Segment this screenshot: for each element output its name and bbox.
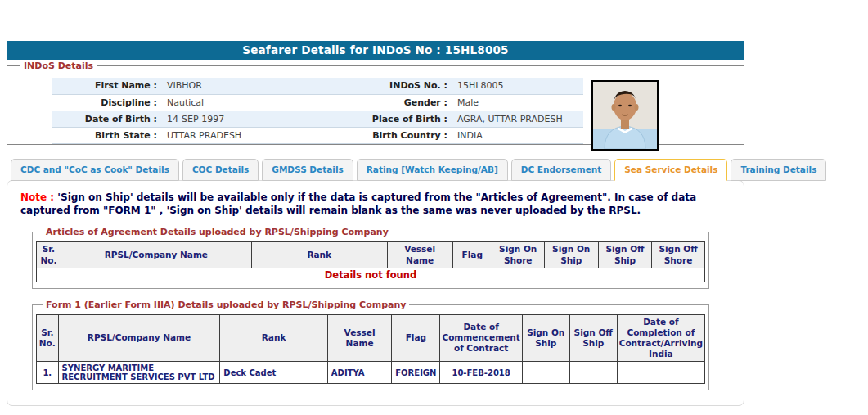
first-name-value: VIBHOR — [162, 78, 358, 94]
detail-row-discipline-gender: Discipline : Nautical Gender : Male — [52, 94, 583, 111]
aoa-col-rank: Rank — [251, 242, 387, 268]
aoa-col-sign-off-shore: Sign Off Shore — [652, 242, 705, 268]
f1-col-company: RPSL/Company Name — [58, 314, 220, 362]
first-name-label: First Name : — [52, 78, 162, 94]
tabs-section: CDC and "CoC as Cook" Details COC Detail… — [7, 159, 744, 406]
note-text: Note : 'Sign on Ship' details will be av… — [20, 191, 731, 217]
place-of-birth-label: Place of Birth : — [358, 111, 452, 127]
tab-coc-details[interactable]: COC Details — [182, 159, 259, 181]
f1-col-sign-off-ship: Sign Off Ship — [569, 314, 617, 362]
form1-table: Sr. No. RPSL/Company Name Rank Vessel Na… — [36, 314, 705, 385]
f1-col-rank: Rank — [220, 314, 328, 362]
articles-of-agreement-table: Sr. No. RPSL/Company Name Rank Vessel Na… — [36, 241, 705, 282]
f1-col-sr-no: Sr. No. — [37, 314, 59, 362]
gender-label: Gender : — [358, 94, 452, 111]
tab-training-details[interactable]: Training Details — [731, 159, 826, 181]
place-of-birth-value: AGRA, UTTAR PRADESH — [452, 111, 583, 127]
detail-row-birth-date-place: Date of Birth : 14-SEP-1997 Place of Bir… — [52, 111, 583, 127]
aoa-col-flag: Flag — [452, 242, 492, 268]
birth-state-label: Birth State : — [52, 127, 162, 143]
aoa-col-sign-on-shore: Sign On Shore — [492, 242, 544, 268]
articles-of-agreement-fieldset: Articles of Agreement Details uploaded b… — [32, 227, 709, 288]
seafarer-photo-image — [593, 82, 657, 149]
detail-row-birth-state-country: Birth State : UTTAR PRADESH Birth Countr… — [52, 127, 583, 143]
tab-cdc-coc-as-cook-details[interactable]: CDC and "CoC as Cook" Details — [11, 159, 179, 181]
seafarer-photo — [591, 80, 659, 151]
personal-details-table: First Name : VIBHOR INDoS No. : 15HL8005… — [52, 78, 583, 144]
aoa-col-vessel: Vessel Name — [387, 242, 452, 268]
indos-details-legend: INDoS Details — [20, 61, 97, 71]
indos-details-fieldset: INDoS Details First Name : VIBHOR INDoS … — [7, 61, 744, 145]
form1-header-row: Sr. No. RPSL/Company Name Rank Vessel Na… — [37, 314, 705, 362]
tab-gmdss-details[interactable]: GMDSS Details — [262, 159, 353, 181]
aoa-col-company: RPSL/Company Name — [61, 242, 251, 268]
indos-no-label: INDoS No. : — [358, 78, 452, 94]
articles-of-agreement-legend: Articles of Agreement Details uploaded b… — [43, 227, 392, 237]
aoa-col-sr-no: Sr. No. — [37, 242, 61, 268]
form1-fieldset: Form 1 (Earlier Form IIIA) Details uploa… — [32, 300, 709, 391]
f1-cell-vessel: ADITYA — [327, 362, 391, 384]
articles-empty-row: Details not found — [37, 268, 705, 282]
birth-country-label: Birth Country : — [358, 127, 452, 143]
dob-value: 14-SEP-1997 — [162, 111, 358, 127]
details-not-found-message: Details not found — [37, 268, 705, 282]
f1-cell-flag: FOREIGN — [392, 362, 440, 384]
f1-col-flag: Flag — [392, 314, 440, 362]
f1-col-completion: Date of Completion of Contract/Arriving … — [617, 314, 704, 362]
page-container: Seafarer Details for INDoS No : 15HL8005… — [7, 41, 744, 406]
indos-no-value: 15HL8005 — [452, 78, 583, 94]
page-title: Seafarer Details for INDoS No : 15HL8005 — [7, 41, 744, 60]
f1-cell-rank: Deck Cadet — [220, 362, 328, 384]
form1-data-row: 1. SYNERGY MARITIME RECRUITMENT SERVICES… — [37, 362, 705, 384]
f1-cell-company: SYNERGY MARITIME RECRUITMENT SERVICES PV… — [58, 362, 220, 384]
aoa-col-sign-off-ship: Sign Off Ship — [598, 242, 651, 268]
birth-state-value: UTTAR PRADESH — [162, 127, 358, 143]
sea-service-tab-panel: Note : 'Sign on Ship' details will be av… — [7, 180, 744, 406]
note-prefix: Note : — [20, 192, 54, 203]
aoa-col-sign-on-ship: Sign On Ship — [544, 242, 598, 268]
discipline-value: Nautical — [162, 94, 358, 111]
tab-dc-endorsement[interactable]: DC Endorsement — [511, 159, 612, 181]
f1-cell-commencement: 10-FEB-2018 — [440, 362, 522, 384]
f1-cell-sign-on-ship — [522, 362, 569, 384]
dob-label: Date of Birth : — [52, 111, 162, 127]
f1-col-vessel: Vessel Name — [327, 314, 391, 362]
f1-cell-sign-off-ship — [569, 362, 617, 384]
note-body: 'Sign on Ship' details will be available… — [20, 192, 696, 216]
gender-value: Male — [452, 94, 583, 111]
discipline-label: Discipline : — [52, 94, 162, 111]
articles-header-row: Sr. No. RPSL/Company Name Rank Vessel Na… — [37, 242, 705, 268]
form1-legend: Form 1 (Earlier Form IIIA) Details uploa… — [43, 300, 409, 310]
tab-rating-watch-keeping-ab[interactable]: Rating [Watch Keeping/AB] — [357, 159, 508, 181]
tab-bar: CDC and "CoC as Cook" Details COC Detail… — [7, 159, 744, 181]
tab-sea-service-details[interactable]: Sea Service Details — [614, 159, 727, 181]
f1-cell-sr-no: 1. — [37, 362, 59, 384]
f1-cell-completion — [617, 362, 704, 384]
f1-col-commencement: Date of Commencement of Contract — [440, 314, 522, 362]
f1-col-sign-on-ship: Sign On Ship — [522, 314, 569, 362]
detail-row-name-indos: First Name : VIBHOR INDoS No. : 15HL8005 — [52, 78, 583, 94]
birth-country-value: INDIA — [452, 127, 583, 143]
